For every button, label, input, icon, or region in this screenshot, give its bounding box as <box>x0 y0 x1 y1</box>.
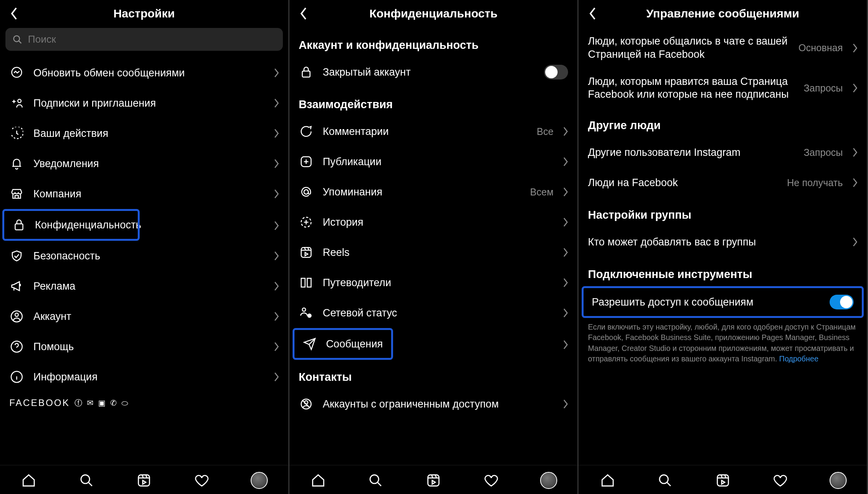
avatar <box>251 472 268 489</box>
item-reels[interactable]: Reels <box>289 237 578 268</box>
tab-profile[interactable] <box>539 471 558 490</box>
item-business[interactable]: Компания <box>0 179 288 209</box>
section-title: Подключенные инструменты <box>579 257 867 286</box>
item-allow-access[interactable]: Разрешить доступ к сообщениям <box>582 287 863 317</box>
page-title: Конфиденциальность <box>297 7 570 20</box>
toggle-private-account[interactable] <box>544 65 568 79</box>
item-account[interactable]: Аккаунт <box>0 301 288 332</box>
item-comments[interactable]: Комментарии Все <box>289 116 578 147</box>
svg-rect-14 <box>301 247 311 257</box>
item-other-instagram[interactable]: Другие пользователи Instagram Запросы <box>579 137 867 168</box>
tab-profile[interactable] <box>828 471 848 490</box>
svg-rect-9 <box>139 475 150 486</box>
chevron-right-icon <box>274 312 279 321</box>
item-label: Сетевой статус <box>323 307 554 319</box>
person-circle-icon <box>9 309 24 324</box>
reels-icon <box>299 245 314 260</box>
svg-point-8 <box>81 475 90 484</box>
svg-point-15 <box>302 308 306 311</box>
helper-link[interactable]: Подробнее <box>779 354 818 363</box>
tab-reels[interactable] <box>424 471 443 490</box>
chevron-right-icon <box>563 157 568 166</box>
chevron-right-icon <box>563 248 568 257</box>
tab-search[interactable] <box>366 471 385 490</box>
toggle-allow-access[interactable] <box>830 295 854 309</box>
comment-icon <box>299 124 314 139</box>
bell-icon <box>9 156 24 171</box>
item-label: Упоминания <box>323 186 521 198</box>
svg-point-2 <box>18 99 21 103</box>
message-controls-list: Люди, которые общались в чате с вашей Ст… <box>579 28 867 465</box>
item-activity[interactable]: Ваши действия <box>0 118 288 149</box>
svg-point-16 <box>308 314 311 318</box>
item-guides[interactable]: Путеводители <box>289 268 578 298</box>
svg-point-19 <box>370 475 379 484</box>
chevron-right-icon <box>563 278 568 287</box>
item-posts[interactable]: Публикации <box>289 147 578 177</box>
item-label: Люди, которые общались в чате с вашей Ст… <box>588 35 789 61</box>
chevron-right-icon <box>274 189 279 199</box>
tab-home[interactable] <box>19 471 38 490</box>
item-mentions[interactable]: Упоминания Всем <box>289 177 578 207</box>
person-plus-icon <box>9 96 24 111</box>
tab-reels[interactable] <box>134 471 154 490</box>
chevron-right-icon <box>563 399 568 409</box>
tab-search[interactable] <box>77 471 96 490</box>
item-update-messaging[interactable]: Обновить обмен сообщениями <box>0 58 288 88</box>
helper-text: Если включить эту настройку, любой, для … <box>579 318 867 368</box>
item-messages[interactable]: Сообщения <box>293 329 392 359</box>
search-icon <box>12 35 23 45</box>
item-label: Обновить обмен сообщениями <box>33 67 264 79</box>
header: Управление сообщениями <box>579 0 867 28</box>
lock-icon <box>12 218 26 232</box>
item-story[interactable]: История <box>289 207 578 237</box>
item-label: Уведомления <box>33 158 264 170</box>
svg-rect-22 <box>717 475 728 486</box>
item-value: Не получать <box>787 177 843 188</box>
item-label: Подписки и приглашения <box>33 97 264 109</box>
item-label: Ваши действия <box>33 128 264 140</box>
tab-activity[interactable] <box>192 471 211 490</box>
tabbar <box>579 465 867 494</box>
chevron-right-icon <box>563 218 568 227</box>
tab-profile[interactable] <box>249 471 269 490</box>
svg-point-5 <box>15 313 19 317</box>
tab-activity[interactable] <box>771 471 790 490</box>
item-security[interactable]: Безопасность <box>0 241 288 271</box>
item-label: Реклама <box>33 280 264 292</box>
item-activity-status[interactable]: Сетевой статус <box>289 298 578 328</box>
tab-home[interactable] <box>308 471 328 490</box>
section-title: Настройки группы <box>579 198 867 227</box>
activity-status-icon <box>299 306 314 320</box>
shield-icon <box>9 249 24 263</box>
item-notifications[interactable]: Уведомления <box>0 149 288 179</box>
tab-activity[interactable] <box>482 471 501 490</box>
item-label: Разрешить доступ к сообщениям <box>592 296 820 308</box>
item-label: Компания <box>33 188 264 200</box>
item-other-facebook[interactable]: Люди на Facebook Не получать <box>579 168 867 198</box>
tab-reels[interactable] <box>713 471 733 490</box>
item-value: Всем <box>530 187 553 198</box>
chevron-right-icon <box>274 251 279 261</box>
header: Конфиденциальность <box>289 0 578 28</box>
item-privacy[interactable]: Конфиденциальность <box>3 210 139 240</box>
search-field[interactable] <box>28 33 276 45</box>
screen-privacy: Конфиденциальность Аккаунт и конфиденциа… <box>289 0 579 494</box>
item-label: Аккаунт <box>33 311 264 323</box>
search-input[interactable] <box>5 28 283 51</box>
item-ads[interactable]: Реклама <box>0 271 288 301</box>
item-potential-page-likes[interactable]: Люди, которым нравится ваша Страница Fac… <box>579 68 867 109</box>
section-title: Взаимодействия <box>289 87 578 116</box>
item-about[interactable]: Информация <box>0 362 288 392</box>
chevron-right-icon <box>274 159 279 168</box>
item-follow-invite[interactable]: Подписки и приглашения <box>0 88 288 118</box>
item-value: Запросы <box>804 83 843 94</box>
item-potential-page-chatted[interactable]: Люди, которые общались в чате с вашей Ст… <box>579 28 867 68</box>
item-help[interactable]: Помощь <box>0 332 288 362</box>
tab-home[interactable] <box>598 471 617 490</box>
item-private-account[interactable]: Закрытый аккаунт <box>289 57 578 87</box>
tab-search[interactable] <box>655 471 675 490</box>
item-restricted[interactable]: Аккаунты с ограниченным доступом <box>289 389 578 419</box>
header: Настройки <box>0 0 288 28</box>
item-group-add[interactable]: Кто может добавлять вас в группы <box>579 227 867 257</box>
